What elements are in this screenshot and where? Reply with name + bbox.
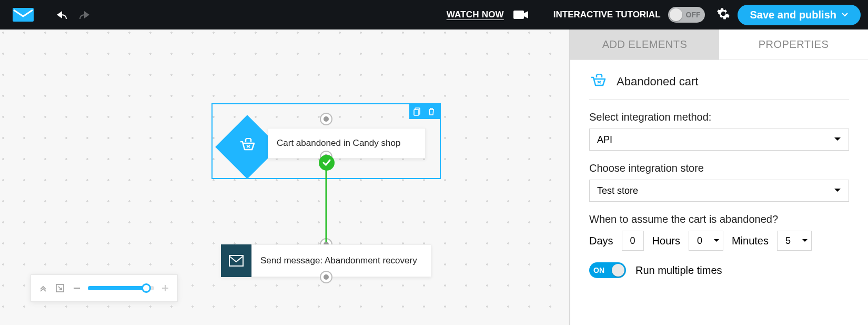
hours-label: Hours bbox=[652, 235, 680, 247]
chevron-down-icon bbox=[802, 239, 808, 243]
integration-store-label: Choose integration store bbox=[589, 162, 849, 174]
tutorial-label: INTERACTIVE TUTORIAL bbox=[553, 9, 661, 20]
hours-input[interactable]: 0 bbox=[689, 231, 723, 251]
run-multiple-label: Run multiple times bbox=[635, 264, 722, 277]
minus-icon bbox=[73, 284, 81, 292]
chevron-down-icon bbox=[834, 137, 841, 142]
zoom-out-button[interactable] bbox=[71, 282, 83, 294]
integration-store-select[interactable]: Test store bbox=[589, 180, 849, 202]
properties-panel: Abandoned cart Select integration method… bbox=[570, 60, 868, 283]
video-camera-icon bbox=[513, 9, 529, 20]
sidebar-tabs: ADD ELEMENTS PROPERTIES bbox=[570, 29, 868, 60]
tab-add-elements[interactable]: ADD ELEMENTS bbox=[570, 29, 719, 60]
mail-icon bbox=[229, 255, 244, 267]
undo-button[interactable] bbox=[52, 5, 70, 24]
zoom-slider[interactable] bbox=[88, 286, 154, 290]
chevron-down-icon bbox=[713, 239, 720, 243]
tab-properties[interactable]: PROPERTIES bbox=[719, 29, 868, 60]
undo-icon bbox=[55, 9, 67, 20]
abandon-time-label: When to assume the cart is abandoned? bbox=[589, 213, 849, 225]
minutes-value: 5 bbox=[778, 235, 799, 247]
hours-value: 0 bbox=[689, 235, 710, 247]
svg-rect-1 bbox=[513, 11, 524, 19]
run-multiple-toggle[interactable]: ON bbox=[589, 262, 626, 278]
integration-method-label: Select integration method: bbox=[589, 111, 849, 123]
tutorial-toggle[interactable]: OFF bbox=[668, 7, 705, 23]
node-input-port[interactable] bbox=[320, 113, 332, 125]
settings-button[interactable] bbox=[716, 7, 730, 23]
integration-store-value: Test store bbox=[597, 185, 638, 196]
save-publish-label: Save and publish bbox=[750, 9, 836, 21]
history-controls bbox=[46, 5, 95, 24]
integration-method-value: API bbox=[597, 134, 612, 145]
main-area: Cart abandoned in Candy shop Send messag… bbox=[0, 29, 868, 325]
cart-abandoned-icon bbox=[589, 74, 607, 90]
chevron-down-icon bbox=[834, 188, 841, 193]
zoom-in-button[interactable] bbox=[159, 282, 171, 294]
days-input[interactable]: 0 bbox=[622, 231, 644, 251]
fit-screen-button[interactable] bbox=[54, 282, 66, 294]
connector-line bbox=[326, 165, 327, 242]
gear-icon bbox=[716, 7, 730, 21]
svg-rect-0 bbox=[13, 8, 34, 22]
zoom-toolbar bbox=[31, 274, 178, 302]
days-label: Days bbox=[589, 235, 613, 247]
zoom-slider-handle[interactable] bbox=[142, 283, 151, 293]
plus-icon bbox=[161, 284, 169, 292]
delete-node-button[interactable] bbox=[426, 106, 437, 117]
minutes-label: Minutes bbox=[732, 235, 769, 247]
redo-icon bbox=[79, 9, 92, 20]
svg-rect-4 bbox=[229, 255, 243, 266]
workflow-node-action[interactable]: Send message: Abandonment recovery bbox=[221, 238, 431, 283]
trash-icon bbox=[427, 107, 436, 116]
integration-method-field: Select integration method: API bbox=[589, 111, 849, 151]
cart-abandoned-icon bbox=[238, 138, 256, 154]
chevron-down-icon bbox=[842, 13, 848, 17]
watch-now-link[interactable]: WATCH NOW bbox=[447, 9, 504, 20]
abandon-time-field: When to assume the cart is abandoned? Da… bbox=[589, 213, 849, 251]
run-toggle-text: ON bbox=[593, 266, 604, 274]
copy-icon bbox=[413, 107, 422, 116]
trigger-label: Cart abandoned in Candy shop bbox=[277, 138, 400, 149]
top-bar: WATCH NOW INTERACTIVE TUTORIAL OFF Save … bbox=[0, 0, 868, 29]
svg-rect-3 bbox=[414, 110, 419, 115]
envelope-logo-icon bbox=[12, 7, 35, 23]
fit-screen-icon bbox=[55, 283, 65, 293]
integration-store-field: Choose integration store Test store bbox=[589, 162, 849, 202]
watch-now: WATCH NOW bbox=[447, 9, 529, 20]
check-icon bbox=[322, 158, 331, 168]
panel-title: Abandoned cart bbox=[617, 75, 698, 88]
connector-success-badge bbox=[319, 155, 335, 171]
workflow-canvas-wrap: Cart abandoned in Candy shop Send messag… bbox=[0, 29, 569, 325]
save-publish-button[interactable]: Save and publish bbox=[738, 5, 861, 25]
minutes-input[interactable]: 5 bbox=[777, 231, 812, 251]
panel-header: Abandoned cart bbox=[589, 74, 849, 100]
trigger-card: Cart abandoned in Candy shop bbox=[268, 128, 426, 159]
integration-method-select[interactable]: API bbox=[589, 129, 849, 151]
run-multiple-row: ON Run multiple times bbox=[589, 262, 849, 278]
duplicate-node-button[interactable] bbox=[412, 106, 423, 117]
tutorial-toggle-text: OFF bbox=[686, 11, 701, 19]
action-label: Send message: Abandonment recovery bbox=[260, 255, 417, 266]
action-icon-box bbox=[221, 244, 251, 277]
redo-button[interactable] bbox=[76, 5, 95, 24]
workflow-canvas[interactable]: Cart abandoned in Candy shop Send messag… bbox=[0, 29, 569, 325]
node-toolbar bbox=[409, 104, 440, 119]
app-logo[interactable] bbox=[0, 0, 46, 29]
sidebar: ADD ELEMENTS PROPERTIES Abandoned cart S… bbox=[569, 29, 868, 325]
days-value: 0 bbox=[622, 235, 643, 247]
collapse-all-button[interactable] bbox=[37, 282, 49, 294]
node-output-port[interactable] bbox=[320, 271, 332, 283]
chevrons-up-icon bbox=[39, 284, 47, 292]
tutorial-toggle-group: INTERACTIVE TUTORIAL OFF bbox=[553, 7, 705, 23]
